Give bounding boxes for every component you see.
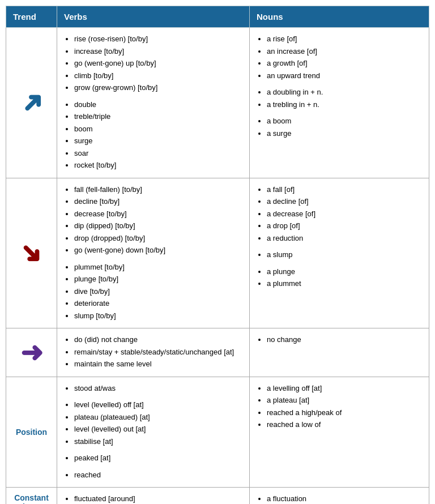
nouns-cell: a fluctuation [250, 488, 429, 505]
nouns-cell: a fall [of]a decline [of]a decrease [of]… [250, 178, 429, 328]
verb-item: drop (dropped) [to/by] [74, 233, 242, 244]
verb-item: peaked [at] [74, 452, 242, 464]
nouns-list: a rise [of]an increase [of]a growth [of]… [257, 33, 422, 139]
verb-item: remain/stay + stable/steady/static/uncha… [74, 347, 242, 358]
trend-label: Constant Change [14, 493, 49, 504]
table-row: ➜rise (rose-risen) [to/by]increase [to/b… [6, 28, 429, 178]
nouns-list: no change [257, 334, 422, 345]
verb-item: decrease [to/by] [74, 208, 242, 220]
verb-item: fall (fell-fallen) [to/by] [74, 184, 242, 195]
header-nouns: Nouns [250, 6, 429, 28]
nouns-cell: a rise [of]an increase [of]a growth [of]… [250, 28, 429, 178]
noun-item: no change [267, 334, 422, 345]
verb-item: double [74, 99, 242, 110]
verb-item: reached [74, 469, 242, 481]
verb-item: maintain the same level [74, 358, 242, 370]
noun-item: a fall [of] [267, 184, 422, 195]
table-row: Constant Changefluctuated [around]a fluc… [6, 488, 429, 505]
verbs-list: stood at/waslevel (levelled) off [at]pla… [64, 383, 242, 481]
verbs-cell: fall (fell-fallen) [to/by]decline [to/by… [57, 178, 250, 328]
trend-cell: ➜ [6, 28, 57, 178]
trend-cell: Constant Change [6, 488, 57, 505]
table-row: ➜do (did) not changeremain/stay + stable… [6, 328, 429, 377]
verbs-list: rise (rose-risen) [to/by]increase [to/by… [64, 33, 242, 171]
noun-item: a drop [of] [267, 220, 422, 232]
verb-item [74, 448, 242, 451]
verb-item: go (went-gone) down [to/by] [74, 245, 242, 256]
verb-item: plummet [to/by] [74, 262, 242, 273]
verb-item: boom [74, 123, 242, 135]
nouns-cell: a levelling off [at]a plateau [at]reache… [250, 377, 429, 488]
verb-item: do (did) not change [74, 334, 242, 345]
verb-item: fluctuated [around] [74, 493, 242, 504]
noun-item [267, 262, 422, 265]
verb-item: level (levelled) off [at] [74, 399, 242, 411]
noun-item: a surge [267, 128, 422, 139]
verb-item: go (went-gone) up [to/by] [74, 58, 242, 69]
verb-item [74, 395, 242, 398]
verb-item: level (levelled) out [at] [74, 424, 242, 435]
verb-item: treble/triple [74, 111, 242, 122]
verbs-list: fall (fell-fallen) [to/by]decline [to/by… [64, 184, 242, 322]
nouns-list: a fluctuation [257, 493, 422, 504]
verb-item [74, 465, 242, 468]
verb-item: rocket [to/by] [74, 160, 242, 171]
trend-label: Position [16, 428, 47, 437]
header-verbs: Verbs [57, 6, 250, 28]
noun-item: a plateau [at] [267, 395, 422, 406]
verb-item: slump [to/by] [74, 310, 242, 322]
trend-cell: Position [6, 377, 57, 488]
noun-item: a trebling in + n. [267, 99, 422, 110]
noun-item: a doubling in + n. [267, 87, 422, 98]
nouns-list: a levelling off [at]a plateau [at]reache… [257, 383, 422, 430]
trend-cell: ➜ [6, 328, 57, 377]
trend-cell: ➜ [6, 178, 57, 328]
noun-item: a decrease [of] [267, 208, 422, 220]
header-trend: Trend [6, 6, 57, 28]
verbs-list: do (did) not changeremain/stay + stable/… [64, 334, 242, 370]
table-row: Positionstood at/waslevel (levelled) off… [6, 377, 429, 488]
right-arrow-icon: ➜ [20, 336, 43, 368]
verb-item: decline [to/by] [74, 196, 242, 207]
verb-item [74, 95, 242, 98]
noun-item: a rise [of] [267, 33, 422, 45]
upward-arrow-icon: ➜ [12, 83, 51, 122]
noun-item: a fluctuation [267, 493, 422, 504]
nouns-list: a fall [of]a decline [of]a decrease [of]… [257, 184, 422, 289]
noun-item [267, 245, 422, 248]
noun-item: a boom [267, 116, 422, 127]
downward-arrow-icon: ➜ [12, 234, 51, 272]
noun-item [267, 111, 422, 114]
verbs-cell: fluctuated [around] [57, 488, 250, 505]
verbs-list: fluctuated [around] [64, 493, 242, 504]
noun-item: reached a low of [267, 419, 422, 430]
verb-item: dip (dipped) [to/by] [74, 220, 242, 232]
verb-item: dive [to/by] [74, 286, 242, 297]
verb-item: plateau (plateaued) [at] [74, 412, 242, 423]
verb-item [74, 257, 242, 260]
verb-item: plunge [to/by] [74, 274, 242, 285]
noun-item: a slump [267, 249, 422, 260]
verbs-cell: stood at/waslevel (levelled) off [at]pla… [57, 377, 250, 488]
verbs-cell: do (did) not changeremain/stay + stable/… [57, 328, 250, 377]
verb-item: increase [to/by] [74, 46, 242, 57]
verb-item: soar [74, 148, 242, 159]
verb-item: rise (rose-risen) [to/by] [74, 33, 242, 45]
verb-item: stabilise [at] [74, 436, 242, 447]
noun-item: a plummet [267, 278, 422, 289]
noun-item: an increase [of] [267, 46, 422, 57]
noun-item [267, 82, 422, 86]
main-table: Trend Verbs Nouns ➜rise (rose-risen) [to… [6, 6, 429, 504]
noun-item: reached a high/peak of [267, 407, 422, 418]
verb-item: deteriorate [74, 298, 242, 309]
nouns-cell: no change [250, 328, 429, 377]
verbs-cell: rise (rose-risen) [to/by]increase [to/by… [57, 28, 250, 178]
table-row: ➜fall (fell-fallen) [to/by]decline [to/b… [6, 178, 429, 328]
noun-item: a growth [of] [267, 58, 422, 69]
noun-item: a plunge [267, 266, 422, 277]
noun-item: a decline [of] [267, 196, 422, 207]
verb-item: stood at/was [74, 383, 242, 394]
noun-item: a levelling off [at] [267, 383, 422, 394]
verb-item: climb [to/by] [74, 70, 242, 82]
noun-item: a reduction [267, 233, 422, 244]
